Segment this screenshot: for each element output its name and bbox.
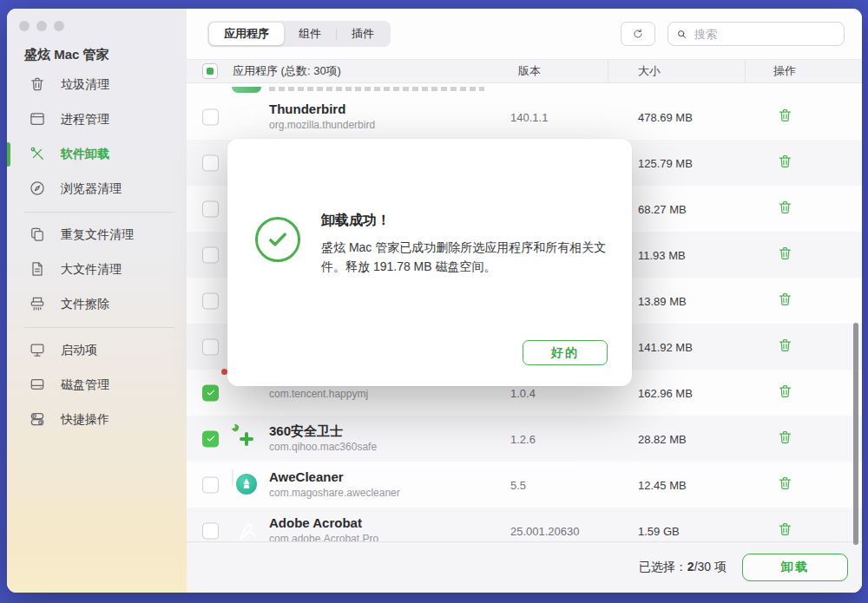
delete-button[interactable] (758, 153, 812, 173)
app-size: 13.89 MB (638, 294, 687, 307)
sidebar-item-browser-clean[interactable]: 浏览器清理 (7, 172, 187, 206)
app-version: 25.001.20630 (510, 524, 580, 537)
table-row[interactable]: Thunderbirdorg.mozilla.thunderbird140.1.… (187, 94, 862, 140)
row-checkbox[interactable] (202, 384, 219, 401)
file-shredder-icon (29, 295, 46, 315)
app-window: 盛炫 Mac 管家 垃圾清理进程管理软件卸载浏览器清理重复文件清理大文件清理文件… (7, 9, 862, 593)
browser-clean-icon (29, 180, 46, 200)
sidebar-item-process-manager[interactable]: 进程管理 (7, 102, 187, 137)
sidebar-item-label: 启动项 (61, 343, 97, 358)
sidebar-item-label: 进程管理 (61, 112, 109, 128)
category-segmented-control: 应用程序组件插件 (207, 21, 391, 47)
app-title: 盛炫 Mac 管家 (24, 47, 109, 63)
delete-button[interactable] (758, 383, 812, 403)
zoom-button[interactable] (54, 21, 64, 31)
search-input[interactable] (693, 27, 836, 42)
sidebar-item-quick-actions[interactable]: 快捷操作 (7, 403, 187, 437)
row-checkbox[interactable] (202, 154, 219, 171)
sidebar-item-junk-clean[interactable]: 垃圾清理 (7, 68, 187, 102)
delete-button[interactable] (758, 107, 812, 127)
tab-applications[interactable]: 应用程序 (209, 23, 284, 45)
ok-button[interactable]: 好的 (523, 340, 608, 365)
delete-button[interactable] (758, 475, 812, 495)
quick-actions-icon (29, 410, 46, 430)
app-size: 12.45 MB (638, 478, 687, 491)
delete-button[interactable] (758, 429, 812, 449)
sidebar: 盛炫 Mac 管家 垃圾清理进程管理软件卸载浏览器清理重复文件清理大文件清理文件… (7, 9, 187, 593)
success-dialog: 卸载成功！ 盛炫 Mac 管家已成功删除所选应用程序和所有相关文件。释放 191… (227, 139, 632, 386)
table-header: 应用程序 (总数: 30项) 版本 大小 操作 (187, 59, 862, 83)
active-indicator (7, 142, 10, 167)
app-size: 125.79 MB (638, 156, 693, 169)
app-text: Adobe Acrobatcom.adobe.Acrobat.Pro (269, 515, 378, 541)
table-row-partial (187, 83, 862, 94)
app-name: AweCleaner (269, 469, 400, 486)
app-size: 162.96 MB (638, 386, 693, 399)
selected-count: 2 (687, 560, 694, 574)
app-icon (232, 516, 261, 542)
sidebar-item-label: 垃圾清理 (61, 77, 109, 93)
select-all-checkbox[interactable] (202, 63, 218, 79)
sidebar-item-duplicate-clean[interactable]: 重复文件清理 (7, 218, 187, 252)
row-checkbox[interactable] (202, 108, 219, 125)
search-field[interactable] (667, 22, 845, 46)
delete-button[interactable] (758, 291, 812, 311)
app-name: Thunderbird (269, 102, 375, 118)
refresh-icon (632, 28, 644, 40)
table-row[interactable]: 360安全卫士com.qihoo.mac360safe1.2.628.82 MB (187, 416, 862, 462)
scrollbar[interactable] (853, 323, 858, 545)
row-checkbox[interactable] (202, 200, 219, 217)
duplicate-clean-icon (29, 226, 46, 246)
uninstall-button[interactable]: 卸载 (742, 554, 848, 581)
column-separator (745, 60, 746, 82)
footer-bar: 已选择：2/30 项 卸载 (187, 541, 862, 593)
sidebar-item-startup-items[interactable]: 启动项 (7, 333, 187, 368)
app-bundle-id: com.adobe.Acrobat.Pro (269, 533, 378, 541)
app-bundle-id: org.mozilla.thunderbird (269, 119, 375, 132)
row-checkbox[interactable] (202, 430, 219, 447)
app-bundle-id: com.magoshare.awecleaner (269, 487, 400, 500)
app-text: com.tencent.happymj (269, 385, 368, 400)
tab-components[interactable]: 组件 (284, 23, 336, 45)
close-button[interactable] (19, 21, 30, 31)
row-checkbox[interactable] (202, 476, 219, 493)
success-check-icon (255, 217, 300, 262)
trash-icon (777, 107, 793, 127)
sidebar-item-label: 快捷操作 (61, 412, 109, 428)
search-icon (676, 29, 687, 40)
row-checkbox[interactable] (202, 522, 219, 539)
app-size: 11.93 MB (638, 248, 686, 261)
delete-button[interactable] (758, 245, 812, 265)
trash-icon (777, 153, 793, 173)
sidebar-item-label: 重复文件清理 (61, 227, 134, 243)
app-icon (232, 424, 261, 454)
app-icon-fragment (232, 87, 261, 93)
column-size: 大小 (638, 63, 661, 79)
trash-icon (777, 199, 793, 219)
delete-button[interactable] (758, 199, 812, 219)
dialog-body: 盛炫 Mac 管家已成功删除所选应用程序和所有相关文件。释放 191.78 MB… (321, 238, 613, 276)
trash-icon (777, 245, 793, 265)
sidebar-item-disk-manager[interactable]: 磁盘管理 (7, 368, 187, 403)
sidebar-item-large-file-clean[interactable]: 大文件清理 (7, 252, 187, 287)
minimize-button[interactable] (36, 21, 47, 31)
column-action: 操作 (758, 63, 812, 79)
dialog-title: 卸载成功！ (321, 212, 391, 230)
delete-button[interactable] (758, 521, 812, 541)
app-text: 360安全卫士com.qihoo.mac360safe (269, 423, 377, 455)
refresh-button[interactable] (621, 22, 655, 46)
row-checkbox[interactable] (202, 292, 219, 309)
sidebar-item-file-shredder[interactable]: 文件擦除 (7, 287, 187, 322)
row-checkbox[interactable] (202, 338, 219, 355)
app-version: 1.2.6 (510, 432, 536, 445)
delete-button[interactable] (758, 337, 812, 357)
app-text: Thunderbirdorg.mozilla.thunderbird (269, 102, 375, 133)
table-row[interactable]: AweCleanercom.magoshare.awecleaner5.512.… (187, 462, 862, 508)
sidebar-item-app-uninstall[interactable]: 软件卸载 (7, 137, 187, 172)
sidebar-item-label: 文件擦除 (61, 297, 109, 312)
row-checkbox[interactable] (202, 246, 219, 263)
tab-plugins[interactable]: 插件 (337, 23, 389, 45)
table-row[interactable]: Adobe Acrobatcom.adobe.Acrobat.Pro25.001… (187, 508, 862, 541)
sidebar-item-label: 磁盘管理 (61, 377, 109, 393)
app-icon (232, 470, 261, 500)
